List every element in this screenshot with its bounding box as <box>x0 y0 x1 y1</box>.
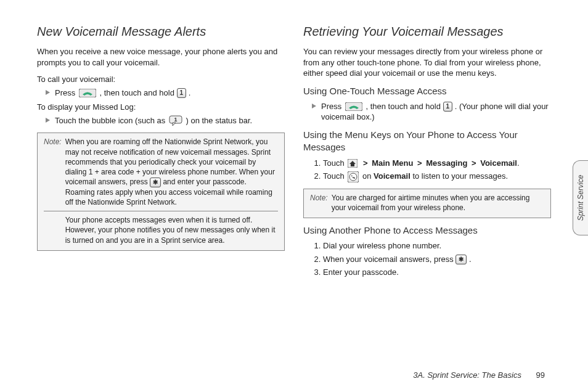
side-tab-label: Sprint Service <box>576 175 585 221</box>
bullet-icon <box>46 90 50 95</box>
side-tab: Sprint Service <box>573 160 588 235</box>
list-item: Touch on Voicemail to listen to your mes… <box>323 171 551 182</box>
subheading-menu-keys: Using the Menu Keys on Your Phone to Acc… <box>303 129 551 154</box>
text: Touch <box>323 158 346 168</box>
list-item: Enter your passcode. <box>323 267 551 278</box>
bullet-text: Press , then touch and hold 1 . <box>55 88 190 99</box>
note-airtime: Note: You are charged for airtime minute… <box>303 189 551 218</box>
sub-call-voicemail: To call your voicemail: <box>37 74 285 85</box>
left-column: New Voicemail Message Alerts When you re… <box>37 23 285 374</box>
sub-missed-log: To display your Missed Log: <box>37 102 285 113</box>
right-column: Retrieving Your Voicemail Messages You c… <box>303 23 551 374</box>
call-icon <box>79 89 96 97</box>
note-body-1: When you are roaming off the Nationwide … <box>65 137 278 207</box>
bullet-icon <box>312 104 316 108</box>
note-label: Note: <box>310 193 328 203</box>
note-roaming: Note: When you are roaming off the Natio… <box>37 133 285 251</box>
footer: 3A. Sprint Service: The Basics 99 <box>413 370 545 380</box>
subheading-one-touch: Using One-Touch Message Access <box>303 85 551 97</box>
menu-main: Main Menu <box>372 158 413 168</box>
bullet-text: Touch the bubble icon (such as 1 ) on th… <box>55 115 252 127</box>
gt-icon: > <box>472 158 476 168</box>
bullet-text: Press , then touch and hold 1 . (Your ph… <box>321 101 551 123</box>
key-star-icon: ✱ <box>455 255 467 264</box>
lead-left: When you receive a new voice message, yo… <box>37 46 285 68</box>
bullet-one-touch: Press , then touch and hold 1 . (Your ph… <box>312 101 551 123</box>
page-content: New Voicemail Message Alerts When you re… <box>0 0 588 392</box>
svg-text:1: 1 <box>174 116 177 123</box>
footer-page-number: 99 <box>536 370 545 380</box>
gt-icon: > <box>417 158 422 168</box>
voicemail-bold: Voicemail <box>374 171 410 181</box>
call-icon <box>345 102 362 111</box>
text: Press <box>321 102 344 111</box>
note-divider <box>44 211 278 211</box>
list-menu-keys: Touch > Main Menu > Messaging > Voicemai… <box>312 158 551 182</box>
note-body: You are charged for airtime minutes when… <box>332 193 544 213</box>
bullet-call-voicemail: Press , then touch and hold 1 . <box>46 88 285 99</box>
text: Press <box>55 88 78 97</box>
text: ) on the status bar. <box>186 116 252 125</box>
text: When your voicemail answers, press <box>323 255 455 264</box>
text: . <box>469 255 472 264</box>
text: Touch <box>323 171 346 181</box>
bullet-icon <box>46 118 50 123</box>
list-item: When your voicemail answers, press ✱ . <box>323 254 551 265</box>
list-another-phone: Dial your wireless phone number. When yo… <box>312 240 551 278</box>
text: , then touch and hold <box>365 102 443 111</box>
note-label: Note: <box>44 137 62 147</box>
key-star-icon: ✱ <box>150 178 161 187</box>
text: . <box>189 88 191 97</box>
heading-new-voicemail-alerts: New Voicemail Message Alerts <box>37 23 285 40</box>
note-body-2: Your phone accepts messages even when it… <box>65 215 278 245</box>
text: , then touch and hold <box>99 88 176 97</box>
subheading-another-phone: Using Another Phone to Access Messages <box>303 224 551 237</box>
bubble-1-icon: 1 <box>169 115 182 126</box>
text: on <box>362 171 374 181</box>
menu-messaging: Messaging <box>426 158 467 168</box>
list-item: Touch > Main Menu > Messaging > Voicemai… <box>323 158 551 169</box>
key-1-icon: 1 <box>177 88 187 98</box>
text: Touch the bubble icon (such as <box>55 116 168 125</box>
lead-right: You can review your messages directly fr… <box>303 46 551 79</box>
bullet-missed-log: Touch the bubble icon (such as 1 ) on th… <box>46 115 285 127</box>
heading-retrieving-voicemail: Retrieving Your Voicemail Messages <box>303 23 551 40</box>
list-item: Dial your wireless phone number. <box>323 240 551 251</box>
footer-title: 3A. Sprint Service: The Basics <box>413 370 521 380</box>
home-icon <box>348 159 357 168</box>
gt-icon: > <box>363 158 368 168</box>
text: to listen to your messages. <box>412 171 508 181</box>
key-1-icon: 1 <box>443 102 453 112</box>
menu-voicemail: Voicemail <box>480 158 517 168</box>
phone-circle-icon <box>348 171 359 182</box>
